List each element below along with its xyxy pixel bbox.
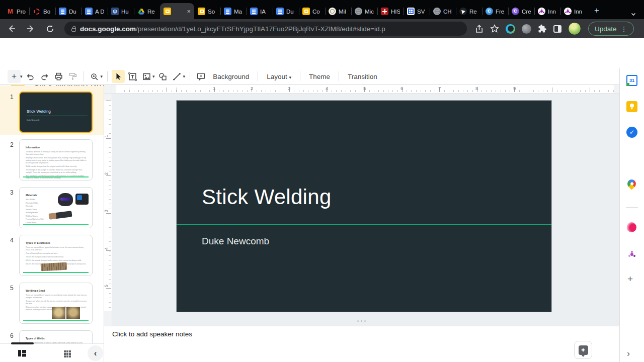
browser-tab[interactable]: Du	[273, 4, 299, 19]
slide-title-text[interactable]: Stick Welding	[202, 185, 332, 209]
share-page-icon[interactable]	[475, 25, 484, 33]
trident-favicon-icon	[111, 8, 119, 15]
browser-tab[interactable]: Cre	[508, 4, 534, 19]
browser-tab[interactable]: Pro	[3, 4, 29, 19]
address-bar[interactable]: docs.google.com/presentation/d/1yeLo_jkc…	[64, 22, 467, 36]
browser-tab[interactable]: HIS	[377, 4, 404, 19]
slide-subtitle-text[interactable]: Duke Newcomb	[202, 236, 269, 247]
google-keep-icon[interactable]	[626, 101, 637, 112]
browser-tab[interactable]: A D	[82, 4, 108, 19]
forward-button[interactable]	[23, 21, 38, 36]
browser-tab[interactable]: Hu	[108, 4, 134, 19]
slide-6-thumbnail[interactable]: Types of Welds The most common type of w…	[19, 330, 93, 343]
browser-tab[interactable]: So	[194, 4, 220, 19]
undo-button[interactable]	[24, 70, 37, 83]
browser-tab[interactable]: Fre	[482, 4, 508, 19]
slide-number: 5	[10, 285, 14, 292]
image-caret-icon[interactable]: ▾	[152, 74, 155, 79]
new-slide-button[interactable]: +	[8, 70, 21, 83]
browser-profile-avatar[interactable]	[568, 22, 581, 35]
grid-view-icon[interactable]	[64, 350, 66, 352]
insert-image-button[interactable]	[140, 70, 153, 83]
tab-close-icon[interactable]: ×	[187, 8, 191, 15]
google-calendar-icon[interactable]: 31	[626, 75, 637, 86]
get-addons-button[interactable]: +	[627, 274, 633, 285]
transition-button[interactable]: Transition	[343, 70, 382, 83]
paint-format-button[interactable]	[66, 70, 79, 83]
side-panel-icon[interactable]	[553, 25, 561, 33]
zoom-button[interactable]	[88, 70, 101, 83]
google-slides-favicon-icon	[198, 8, 205, 15]
browser-tab[interactable]: Re	[134, 4, 160, 19]
unicorn-addon-icon[interactable]	[626, 249, 637, 260]
explore-button[interactable]	[574, 341, 592, 359]
chrome-update-button[interactable]: Update ⋮	[588, 22, 634, 36]
browser-tab[interactable]: Ma	[220, 4, 247, 19]
print-button[interactable]	[52, 70, 65, 83]
bookmark-star-icon[interactable]	[490, 24, 499, 33]
new-slide-caret-icon[interactable]: ▾	[20, 74, 23, 79]
slide-5-thumbnail[interactable]: Welding a Bead There are many different …	[19, 283, 93, 324]
google-docs-favicon-icon	[224, 8, 231, 15]
filmstrip-view-icon[interactable]	[18, 350, 26, 356]
current-slide[interactable]: Stick Welding Duke Newcomb	[177, 101, 551, 312]
layout-button[interactable]: Layout ▾	[262, 70, 296, 83]
extension-icon[interactable]	[522, 24, 531, 34]
browser-tab[interactable]: Du	[55, 4, 82, 19]
zoom-caret-icon[interactable]: ▾	[101, 74, 103, 79]
browser-tab[interactable]: IA	[247, 4, 273, 19]
https-lock-icon[interactable]	[71, 28, 76, 32]
thumb-accent-line	[27, 116, 88, 116]
page-url[interactable]: docs.google.com/presentation/d/1yeLo_jkc…	[80, 25, 385, 33]
extension-lp-icon[interactable]	[506, 24, 515, 34]
thumb-accent-line	[23, 224, 89, 225]
browser-action-icons	[475, 22, 581, 35]
notes-resize-handle[interactable]	[357, 320, 366, 322]
google-docs-favicon-icon	[59, 8, 66, 15]
insert-shape-button[interactable]	[156, 70, 170, 83]
browser-tab[interactable]: Mic	[351, 4, 377, 19]
tab-overflow-chevron-icon[interactable]	[630, 11, 637, 18]
speaker-notes-placeholder[interactable]: Click to add speaker notes	[112, 330, 192, 338]
browser-tab[interactable]: SV	[404, 4, 430, 19]
slide-canvas-area[interactable]: 1 2 3 4 5 6 7 8 9 1 2 3 4 5 Stick	[104, 85, 619, 326]
slide-2-thumbnail[interactable]: Information The basic definition of weld…	[19, 139, 93, 180]
comet-addon-icon[interactable]	[625, 221, 638, 234]
extensions-puzzle-icon[interactable]	[538, 24, 547, 33]
select-tool-button[interactable]	[112, 70, 125, 83]
browser-tab[interactable]: Inn	[534, 4, 560, 19]
google-tasks-icon[interactable]: ✓	[626, 127, 637, 138]
slide-1-thumbnail[interactable]: Stick Welding Duke Newcomb	[19, 92, 93, 133]
browser-tab[interactable]: Inn	[560, 4, 587, 19]
reload-button[interactable]	[42, 21, 57, 36]
new-tab-button[interactable]: +	[590, 4, 604, 18]
browser-tab[interactable]: CH	[430, 4, 456, 19]
c-logo-favicon-icon	[512, 8, 519, 15]
browser-tab[interactable]: Bo	[29, 4, 55, 19]
text-box-button[interactable]	[126, 70, 139, 83]
back-button[interactable]	[4, 21, 19, 36]
collapse-filmstrip-button[interactable]: ‹	[88, 345, 103, 361]
browser-tab[interactable]: Re	[456, 4, 482, 19]
insert-comment-button[interactable]	[194, 70, 207, 83]
browser-tab-active[interactable]: ×	[160, 3, 194, 19]
slide-3-thumbnail[interactable]: Materials Stick WelderElectrode HolderEl…	[19, 187, 93, 228]
line-caret-icon[interactable]: ▾	[183, 74, 186, 79]
insert-line-button[interactable]	[171, 70, 184, 83]
speaker-notes-panel[interactable]: Click to add speaker notes	[104, 326, 619, 362]
c-logo-favicon-icon	[486, 8, 493, 15]
redo-button[interactable]	[38, 70, 51, 83]
red-stamp-favicon-icon	[381, 8, 388, 15]
browser-tab[interactable]: Co	[299, 4, 325, 19]
browser-menu-icon[interactable]: ⋮	[621, 25, 627, 33]
hide-side-panel-chevron-icon[interactable]: ›	[627, 348, 630, 359]
slide-4-thumbnail[interactable]: Types of Electrodes There are many diffe…	[19, 235, 93, 276]
browser-tab[interactable]: Mil	[325, 4, 351, 19]
filmstrip-scrollbar[interactable]	[11, 342, 34, 344]
google-maps-icon[interactable]	[626, 178, 637, 190]
edit-toolbar: + ▾ ▾ ▾ ▾ Background Layout ▾ Theme Tran…	[0, 68, 644, 85]
background-button[interactable]: Background	[208, 70, 254, 83]
theme-button[interactable]: Theme	[304, 70, 335, 83]
filmstrip-footer: ‹	[0, 343, 104, 362]
browser-toolbar: docs.google.com/presentation/d/1yeLo_jkc…	[0, 19, 644, 38]
